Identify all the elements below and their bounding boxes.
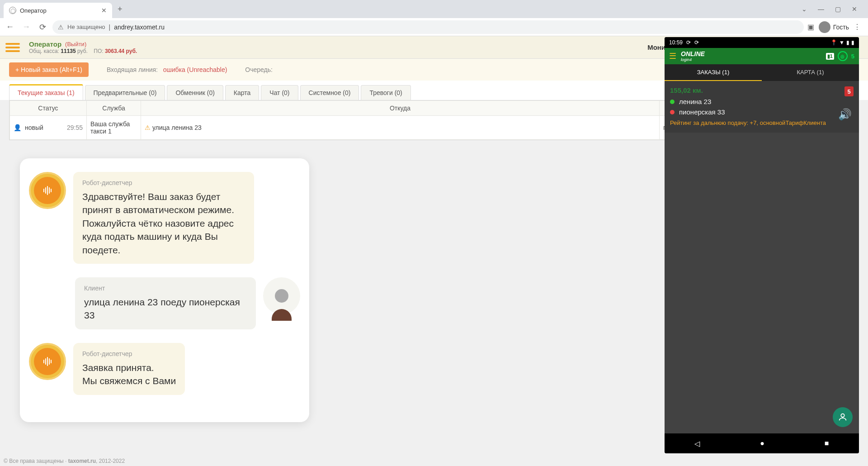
chevron-down-icon[interactable]: ⌄ [802, 5, 807, 13]
url-text: andrey.taxomet.ru [114, 24, 165, 31]
chat-message-client: Клиент улица ленина 23 поеду пионерская … [29, 277, 300, 329]
status-time: 29:55 [67, 124, 83, 131]
warning-icon: ⚠ [58, 24, 64, 31]
logout-link[interactable]: (Выйти) [65, 41, 86, 48]
profile-button[interactable]: Гость [819, 21, 849, 33]
globe-icon: ◯ [9, 7, 16, 14]
col-status: Статус [10, 101, 87, 116]
col-from: Откуда [141, 101, 660, 116]
tab-system[interactable]: Системное (0) [300, 85, 359, 100]
wifi-icon: ▼ [839, 39, 844, 46]
profile-label: Гость [833, 24, 849, 31]
sender-label: Клиент [84, 285, 247, 292]
maximize-button[interactable]: ▢ [835, 5, 841, 13]
mobile-distance: 155,02 км. [670, 86, 854, 94]
hamburger-menu[interactable] [5, 40, 20, 55]
gps-icon[interactable]: ◎ [838, 51, 848, 61]
cash-info: Общ. касса: 11135 руб. ПО: 3063.44 руб. [29, 48, 137, 54]
queue-label: Очередь: [245, 66, 273, 73]
sender-label: Робот-диспетчер [82, 179, 245, 186]
security-status: Не защищено [67, 24, 105, 30]
mobile-home-button[interactable]: ● [760, 439, 764, 447]
tab-exchange[interactable]: Обменник (0) [167, 85, 223, 100]
gps-count: 5 [851, 53, 854, 60]
sender-label: Робот-диспетчер [82, 350, 176, 357]
status-text: новый [25, 124, 43, 131]
browser-tab[interactable]: ◯ Оператор ✕ [4, 3, 112, 18]
cell-from: улица ленина 23 [152, 124, 202, 131]
chat-message-bot: Робот-диспетчер Заявка принята. Мы свяже… [29, 343, 300, 395]
sync-icon: ⟳ [694, 39, 699, 46]
forward-button[interactable]: → [20, 21, 33, 33]
status-icon: 👤 [14, 124, 21, 131]
message-text: Здравствуйте! Ваш заказ будет принят в а… [82, 190, 245, 257]
warning-icon: ⚠ [145, 124, 151, 131]
mobile-status-title: ONLINE [681, 50, 705, 57]
panel-icon[interactable]: ▣ [807, 23, 814, 31]
message-text: Заявка принята. Мы свяжемся с Вами [82, 361, 176, 388]
avatar-icon [819, 21, 830, 33]
mobile-body [665, 133, 859, 433]
location-icon: 📍 [830, 39, 837, 46]
mobile-from: ленина 23 [679, 98, 711, 105]
mobile-tab-map[interactable]: КАРТА (1) [762, 64, 859, 81]
bot-avatar-icon [29, 172, 66, 209]
close-window-button[interactable]: ✕ [852, 5, 857, 13]
message-text: улица ленина 23 поеду пионерская 33 [84, 295, 247, 322]
incoming-status: ошибка (Unreachable) [163, 66, 227, 73]
destination-dot-icon [670, 110, 675, 114]
address-bar[interactable]: ⚠ Не защищено | andrey.taxomet.ru [52, 20, 804, 34]
sync-icon: ⟳ [686, 39, 691, 46]
browser-tab-strip: ◯ Оператор ✕ + ⌄ — ▢ ✕ [0, 0, 868, 18]
mobile-recent-button[interactable]: ■ [825, 439, 829, 447]
incoming-label: Входящая линия: [107, 66, 158, 73]
chat-message-bot: Робот-диспетчер Здравствуйте! Ваш заказ … [29, 172, 300, 264]
signal-icon: ▮ [846, 39, 849, 46]
tab-alarms[interactable]: Тревоги (0) [361, 85, 410, 100]
menu-icon[interactable]: ⋮ [854, 23, 861, 31]
mobile-time: 10:59 [669, 39, 683, 46]
tab-map[interactable]: Карта [225, 85, 259, 100]
footer: © Все права защищены · taxomet.ru, 2012-… [4, 458, 125, 464]
new-order-button[interactable]: + Новый заказ (Alt+F1) [9, 62, 89, 77]
mobile-ticket-badge[interactable]: ▮1 [826, 53, 834, 60]
tab-preliminary[interactable]: Предварительные (0) [85, 85, 165, 100]
speaker-icon[interactable]: 🔊 [838, 108, 852, 121]
origin-dot-icon [670, 100, 675, 104]
mobile-nav-bar: ◁ ● ■ [665, 433, 859, 453]
mobile-tab-orders[interactable]: ЗАКАЗЫ (1) [665, 64, 762, 81]
minimize-button[interactable]: — [818, 5, 824, 13]
tab-current-orders[interactable]: Текущие заказы (1) [9, 84, 83, 100]
chat-panel: Робот-диспетчер Здравствуйте! Ваш заказ … [20, 158, 309, 422]
mobile-header: ☰ ONLINE login4 ▮1 ◎ 5 [665, 48, 859, 64]
cell-service: Ваша служба такси 1 [87, 116, 141, 140]
mobile-menu-icon[interactable]: ☰ [669, 51, 676, 61]
reload-button[interactable]: ⟳ [36, 21, 49, 33]
mobile-fab-button[interactable] [833, 407, 853, 427]
mobile-login: login4 [681, 57, 705, 62]
tab-chat[interactable]: Чат (0) [261, 85, 298, 100]
mobile-status-bar: 10:59 ⟳ ⟳ 📍 ▼ ▮ ▮ [665, 37, 859, 48]
app-title: Оператор [29, 40, 61, 48]
battery-icon: ▮ [851, 39, 854, 46]
mobile-rating: Рейтинг за дальнюю подачу: +7, основнойТ… [670, 119, 854, 127]
new-tab-button[interactable]: + [118, 5, 123, 14]
mobile-to: пионерская 33 [679, 108, 725, 116]
mobile-order-card[interactable]: 5 155,02 км. ленина 23 пионерская 33 Рей… [665, 81, 859, 133]
mobile-tabs: ЗАКАЗЫ (1) КАРТА (1) [665, 64, 859, 81]
back-button[interactable]: ← [4, 21, 16, 33]
mobile-back-button[interactable]: ◁ [694, 439, 700, 448]
svg-point-0 [841, 414, 844, 417]
mobile-badge: 5 [844, 86, 854, 96]
user-avatar-icon [263, 277, 300, 314]
window-controls: ⌄ — ▢ ✕ [802, 5, 864, 13]
col-service: Служба [87, 101, 141, 116]
tab-title: Оператор [20, 7, 98, 14]
browser-toolbar: ← → ⟳ ⚠ Не защищено | andrey.taxomet.ru … [0, 18, 868, 36]
mobile-device: 10:59 ⟳ ⟳ 📍 ▼ ▮ ▮ ☰ ONLINE login4 ▮1 ◎ 5… [665, 37, 859, 453]
bot-avatar-icon [29, 343, 66, 380]
close-icon[interactable]: ✕ [101, 7, 107, 14]
